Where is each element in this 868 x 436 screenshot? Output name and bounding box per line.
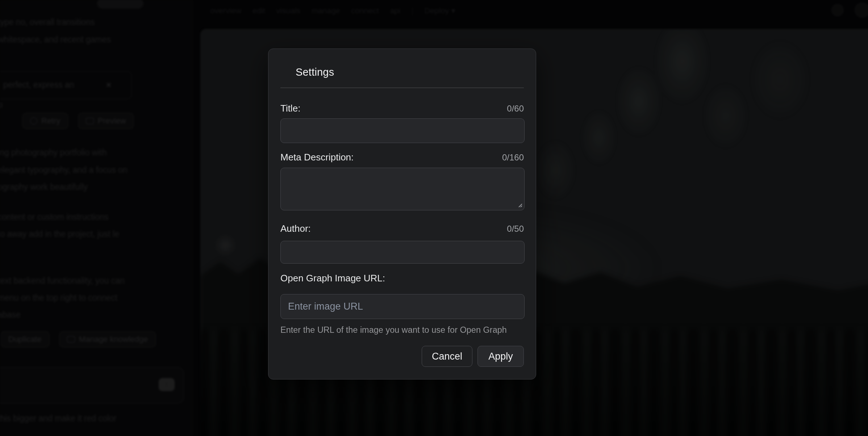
cancel-button[interactable]: Cancel xyxy=(422,346,472,367)
apply-button[interactable]: Apply xyxy=(477,346,524,367)
divider xyxy=(280,88,524,88)
title-char-counter: 0/60 xyxy=(507,102,524,115)
author-input[interactable] xyxy=(280,241,525,264)
meta-description-textarea[interactable] xyxy=(280,168,525,210)
og-image-helper-text: Enter the URL of the image you want to u… xyxy=(280,324,524,335)
author-char-counter: 0/50 xyxy=(507,223,524,235)
title-label: Title: xyxy=(280,102,300,114)
og-image-url-input[interactable] xyxy=(280,294,525,319)
dialog-title: Settings xyxy=(296,66,524,79)
settings-dialog: Settings Title: 0/60 Meta Description: 0… xyxy=(268,49,536,380)
author-label: Author: xyxy=(280,222,311,235)
meta-description-char-counter: 0/160 xyxy=(502,151,524,164)
og-image-url-label: Open Graph Image URL: xyxy=(280,272,385,284)
meta-description-label: Meta Description: xyxy=(280,151,354,163)
title-input[interactable] xyxy=(280,118,525,143)
